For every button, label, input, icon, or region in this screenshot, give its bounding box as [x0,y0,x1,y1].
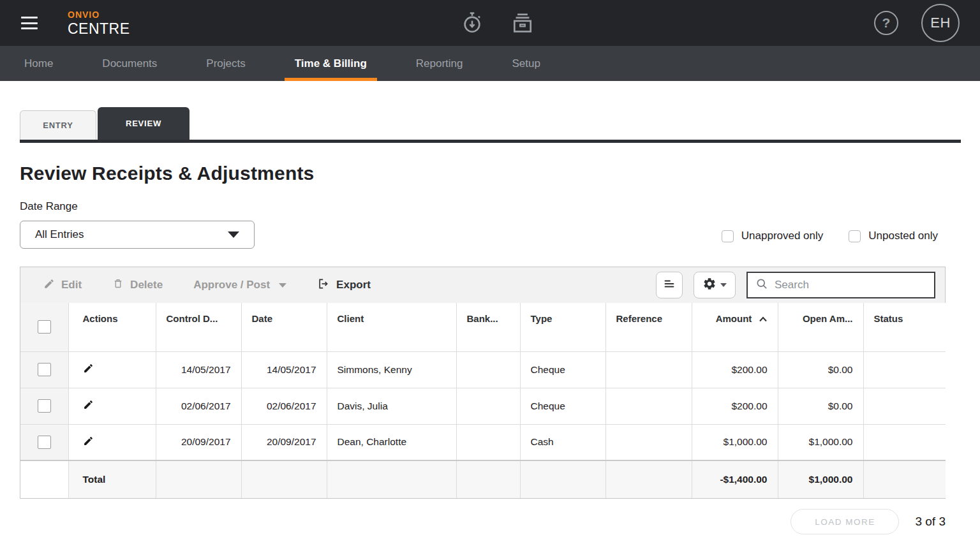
unposted-only-label: Unposted only [868,230,938,242]
column-header-open-amount[interactable]: Open Am... [778,303,863,351]
archive-drawer-icon[interactable] [510,11,535,35]
row-checkbox[interactable] [38,399,51,413]
settings-button[interactable] [694,272,736,298]
brand-line2: CENTRE [68,22,130,36]
cell-client: Simmons, Kenny [327,351,456,388]
avatar[interactable]: EH [921,4,960,42]
help-icon[interactable]: ? [874,11,898,35]
row-select-cell [20,388,68,424]
unapproved-only-filter[interactable]: Unapproved only [722,230,824,242]
cell-type: Cash [520,424,605,460]
table-header-row: Actions Control D... Date Client Bank...… [20,303,946,351]
edit-button[interactable]: Edit [43,278,82,293]
total-empty-cell [20,460,68,498]
total-open-amount-cell: $1,000.00 [778,460,863,498]
column-header-actions: Actions [68,303,156,351]
edit-row-icon[interactable] [83,399,94,413]
sort-ascending-icon [759,313,768,324]
cell-date: 20/09/2017 [241,424,327,460]
export-button[interactable]: Export [317,277,371,293]
approve-post-button[interactable]: Approve / Post [193,279,286,291]
edit-row-icon[interactable] [83,363,94,376]
search-input[interactable] [775,279,926,291]
nav-item-documents[interactable]: Documents [92,46,167,81]
amount-header-label: Amount [716,313,752,324]
chevron-down-icon [279,283,286,288]
subtabs: ENTRY REVIEW [20,107,960,140]
cell-status [863,388,946,424]
pencil-icon [43,278,55,293]
total-empty-cell [605,460,692,498]
cell-reference [605,351,692,388]
date-range-label: Date Range [20,200,255,213]
cell-amount: $1,000.00 [692,424,778,460]
cell-bank [456,388,520,424]
cell-reference [605,388,692,424]
brand-logo: ONVIO CENTRE [68,10,130,36]
total-empty-cell [863,460,946,498]
unposted-only-filter[interactable]: Unposted only [849,230,938,242]
toolbar-right [656,272,935,298]
trash-icon [112,277,124,293]
table-row[interactable]: 02/06/2017 02/06/2017 Davis, Julia Chequ… [20,388,946,424]
column-header-control-date[interactable]: Control D... [156,303,241,351]
column-header-bank[interactable]: Bank... [456,303,520,351]
column-header-date[interactable]: Date [241,303,327,351]
search-icon [755,277,768,293]
row-checkbox[interactable] [38,436,51,449]
column-header-type[interactable]: Type [520,303,605,351]
date-range-dropdown[interactable]: All Entries [20,221,255,249]
column-header-status[interactable]: Status [863,303,946,351]
column-header-reference[interactable]: Reference [605,303,692,351]
gear-icon [702,277,716,293]
export-label: Export [336,279,371,291]
column-header-amount[interactable]: Amount [692,303,778,351]
cell-bank [456,351,520,388]
date-range-group: Date Range All Entries [20,200,255,249]
load-more-button[interactable]: LOAD MORE [791,509,899,534]
unposted-only-checkbox[interactable] [849,230,861,242]
select-all-checkbox[interactable] [38,320,51,334]
unapproved-only-label: Unapproved only [741,230,824,242]
total-row: Total -$1,400.00 $1,000.00 [20,460,946,498]
total-label-cell: Total [68,460,156,498]
export-icon [317,277,330,293]
nav-item-time-billing[interactable]: Time & Billing [285,46,377,81]
row-select-cell [20,424,68,460]
help-glyph: ? [882,15,891,31]
receipts-table-card: Edit Delete Approve / Post [20,267,946,499]
hamburger-menu-icon[interactable] [21,17,38,29]
table-row[interactable]: 20/09/2017 20/09/2017 Dean, Charlotte Ca… [20,424,946,460]
nav-item-home[interactable]: Home [14,46,63,81]
cell-amount: $200.00 [692,388,778,424]
tab-entry[interactable]: ENTRY [20,110,96,140]
row-actions-cell [68,351,156,388]
pagination-row: LOAD MORE 3 of 3 [20,509,946,534]
cell-control-date: 14/05/2017 [156,351,241,388]
unapproved-only-checkbox[interactable] [722,230,734,242]
stopwatch-timer-icon[interactable] [461,11,484,35]
delete-label: Delete [130,279,163,291]
total-empty-cell [156,460,241,498]
cell-type: Cheque [520,388,605,424]
table-row[interactable]: 14/05/2017 14/05/2017 Simmons, Kenny Che… [20,351,946,388]
column-header-client[interactable]: Client [327,303,456,351]
table-toolbar: Edit Delete Approve / Post [20,267,945,303]
row-actions-cell [68,388,156,424]
chevron-down-icon [228,231,239,238]
nav-item-reporting[interactable]: Reporting [406,46,473,81]
cell-reference [605,424,692,460]
delete-button[interactable]: Delete [112,277,163,293]
total-empty-cell [327,460,456,498]
list-view-button[interactable] [656,272,683,298]
cell-type: Cheque [520,351,605,388]
approve-post-label: Approve / Post [193,279,270,291]
search-box [746,272,935,298]
receipts-table: Actions Control D... Date Client Bank...… [20,303,946,498]
edit-row-icon[interactable] [83,436,94,449]
tab-review[interactable]: REVIEW [98,107,189,140]
nav-item-setup[interactable]: Setup [502,46,551,81]
nav-item-projects[interactable]: Projects [196,46,255,81]
cell-status [863,351,946,388]
row-checkbox[interactable] [38,363,51,376]
